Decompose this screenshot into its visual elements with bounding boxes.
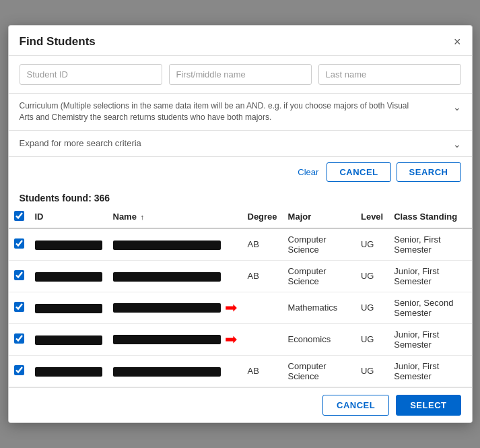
table-row: ➡EconomicsUGJunior, First Semester <box>9 323 472 355</box>
last-name-input[interactable] <box>318 64 461 85</box>
row-checkbox[interactable] <box>14 365 24 375</box>
table-row: ABComputer ScienceUGSenior, First Semest… <box>9 228 472 261</box>
table-header-row: ID Name ↑ Degree Major Level Class Stand… <box>9 206 472 228</box>
row-class-standing: Senior, Second Semester <box>388 292 471 323</box>
row-level: UG <box>355 228 388 261</box>
row-checkbox-cell <box>9 260 30 292</box>
row-major: Computer Science <box>283 260 355 292</box>
redacted-id-bar <box>35 272 102 282</box>
curriculum-text: Curriculum (Multiple selections in the s… <box>20 100 410 123</box>
redacted-id-bar <box>35 335 102 345</box>
row-name <box>108 228 242 261</box>
row-degree: AB <box>242 260 283 292</box>
row-name: ➡ <box>108 292 242 323</box>
redacted-name-bar <box>113 335 221 344</box>
clear-link[interactable]: Clear <box>298 167 318 177</box>
row-id <box>30 323 108 355</box>
curriculum-chevron-icon: ⌄ <box>453 102 461 113</box>
row-level: UG <box>355 323 388 355</box>
row-major: Computer Science <box>283 355 355 387</box>
row-level: UG <box>355 355 388 387</box>
row-id <box>30 355 108 387</box>
header-class-standing: Class Standing <box>388 206 471 228</box>
table-row: ABComputer ScienceUGJunior, First Semest… <box>9 260 472 292</box>
modal-body: Curriculum (Multiple selections in the s… <box>9 56 472 387</box>
expand-label: Expand for more search criteria <box>20 138 141 148</box>
row-checkbox[interactable] <box>14 238 24 249</box>
row-major: Mathematics <box>283 292 355 323</box>
row-degree: AB <box>242 228 283 261</box>
sort-arrow-icon: ↑ <box>141 213 145 221</box>
action-bar: Clear CANCEL SEARCH <box>9 156 472 187</box>
first-name-input[interactable] <box>169 64 312 85</box>
row-major: Economics <box>283 323 355 355</box>
row-major: Computer Science <box>283 228 355 261</box>
row-level: UG <box>355 292 388 323</box>
table-row: ABComputer ScienceUGJunior, First Semest… <box>9 355 472 387</box>
row-checkbox[interactable] <box>14 302 24 312</box>
row-name <box>108 260 242 292</box>
header-major: Major <box>283 206 355 228</box>
modal-title: Find Students <box>20 35 96 49</box>
header-level: Level <box>355 206 388 228</box>
header-checkbox-cell <box>9 206 30 228</box>
redacted-id-bar <box>35 241 102 250</box>
redacted-id-bar <box>35 304 102 313</box>
header-degree: Degree <box>242 206 283 228</box>
expand-section[interactable]: Expand for more search criteria ⌄ <box>9 130 472 156</box>
row-checkbox-cell <box>9 292 30 323</box>
row-class-standing: Junior, First Semester <box>388 355 471 387</box>
table-row: ➡MathematicsUGSenior, Second Semester <box>9 292 472 323</box>
select-all-checkbox[interactable] <box>14 211 24 221</box>
red-arrow-icon: ➡ <box>225 332 237 347</box>
row-checkbox-cell <box>9 355 30 387</box>
row-checkbox[interactable] <box>14 270 24 280</box>
red-arrow-icon: ➡ <box>225 300 237 315</box>
row-id <box>30 228 108 261</box>
row-level: UG <box>355 260 388 292</box>
modal-footer: CANCEL SELECT <box>9 387 472 422</box>
header-id: ID <box>30 206 108 228</box>
results-table: ID Name ↑ Degree Major Level Class Stand… <box>9 206 472 387</box>
row-degree <box>242 323 283 355</box>
search-fields <box>9 56 472 93</box>
modal-header: Find Students × <box>9 26 472 56</box>
redacted-name-bar <box>113 367 221 377</box>
redacted-name-bar <box>113 241 221 250</box>
row-checkbox[interactable] <box>14 333 24 344</box>
students-found-label: Students found: 366 <box>9 187 472 206</box>
modal-overlay: Find Students × Curriculum (Multiple sel… <box>0 0 480 448</box>
cancel-footer-button[interactable]: CANCEL <box>322 395 389 416</box>
redacted-name-bar <box>113 303 221 313</box>
row-name: ➡ <box>108 323 242 355</box>
redacted-id-bar <box>35 367 102 377</box>
cancel-search-button[interactable]: CANCEL <box>327 162 390 182</box>
header-name[interactable]: Name ↑ <box>108 206 242 228</box>
row-name <box>108 355 242 387</box>
expand-chevron-icon: ⌄ <box>453 139 461 150</box>
row-checkbox-cell <box>9 323 30 355</box>
select-button[interactable]: SELECT <box>396 395 460 416</box>
redacted-name-bar <box>113 272 221 282</box>
row-id <box>30 292 108 323</box>
close-button[interactable]: × <box>454 36 461 48</box>
curriculum-section[interactable]: Curriculum (Multiple selections in the s… <box>9 93 472 130</box>
row-degree: AB <box>242 355 283 387</box>
find-students-modal: Find Students × Curriculum (Multiple sel… <box>8 25 473 423</box>
row-class-standing: Senior, First Semester <box>388 228 471 261</box>
student-id-input[interactable] <box>20 64 162 85</box>
row-class-standing: Junior, First Semester <box>388 323 471 355</box>
row-checkbox-cell <box>9 228 30 261</box>
row-class-standing: Junior, First Semester <box>388 260 471 292</box>
row-degree <box>242 292 283 323</box>
search-button[interactable]: SEARCH <box>397 162 461 182</box>
row-id <box>30 260 108 292</box>
